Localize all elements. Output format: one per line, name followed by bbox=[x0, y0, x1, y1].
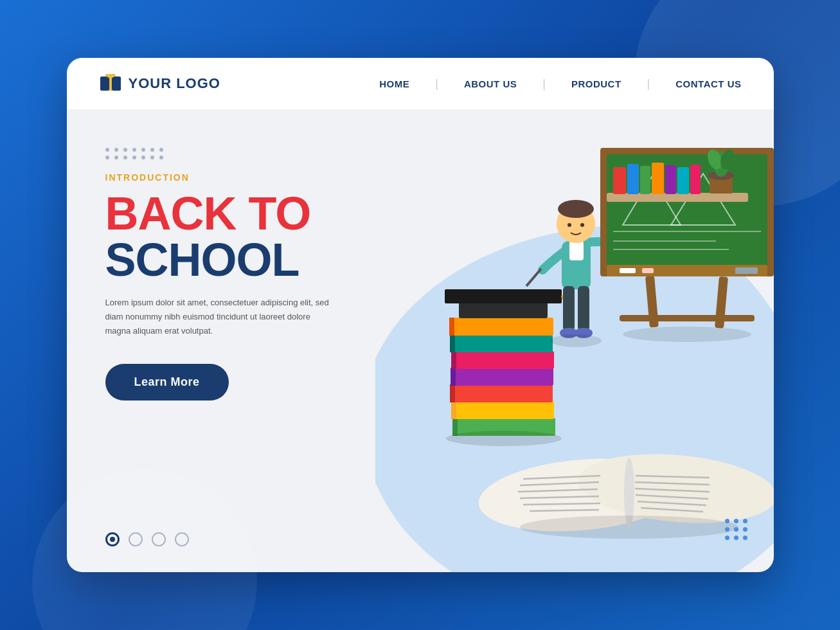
dot bbox=[105, 156, 109, 159]
content-area: INTRODUCTION BACK TO SCHOOL Lorem ipsum … bbox=[67, 109, 774, 572]
nav-links: HOME | ABOUT US | PRODUCT | CONTACT US bbox=[379, 77, 741, 91]
svg-rect-26 bbox=[451, 368, 553, 386]
dot bbox=[141, 148, 145, 152]
illustration bbox=[375, 109, 774, 572]
svg-rect-42 bbox=[563, 286, 575, 331]
dot bbox=[159, 156, 163, 159]
pagination bbox=[105, 532, 189, 546]
deco-dot bbox=[725, 536, 729, 540]
right-panel bbox=[375, 109, 774, 572]
svg-rect-22 bbox=[451, 401, 554, 419]
deco-dot bbox=[743, 519, 747, 523]
svg-rect-70 bbox=[652, 163, 664, 194]
intro-label: INTRODUCTION bbox=[105, 172, 343, 183]
svg-rect-60 bbox=[620, 315, 755, 321]
nav-product[interactable]: PRODUCT bbox=[571, 78, 621, 89]
hero-title-line2: SCHOOL bbox=[105, 237, 343, 283]
hero-description: Lorem ipsum dolor sit amet, consectetuer… bbox=[105, 296, 337, 338]
pagination-dot-3[interactable] bbox=[152, 532, 166, 546]
dot bbox=[159, 148, 163, 152]
svg-rect-35 bbox=[445, 289, 562, 303]
pagination-dot-2[interactable] bbox=[129, 532, 143, 546]
landing-card: YOUR LOGO HOME | ABOUT US | PRODUCT | CO… bbox=[67, 58, 774, 572]
svg-rect-67 bbox=[613, 167, 626, 194]
deco-dots-bottom-right bbox=[725, 519, 748, 540]
dot-grid-decoration bbox=[105, 148, 343, 159]
svg-line-39 bbox=[526, 269, 541, 286]
dot bbox=[123, 148, 127, 152]
svg-rect-31 bbox=[450, 334, 455, 352]
svg-point-50 bbox=[550, 334, 602, 347]
svg-rect-24 bbox=[450, 384, 553, 402]
dot bbox=[114, 156, 118, 159]
logo-area[interactable]: YOUR LOGO bbox=[99, 74, 220, 93]
svg-rect-69 bbox=[640, 166, 650, 194]
svg-rect-41 bbox=[569, 241, 584, 260]
svg-rect-43 bbox=[578, 286, 589, 331]
svg-rect-71 bbox=[665, 165, 676, 194]
svg-rect-72 bbox=[677, 167, 689, 194]
deco-dot bbox=[743, 527, 747, 532]
deco-dot bbox=[725, 519, 729, 523]
book-stack bbox=[445, 289, 574, 446]
svg-rect-66 bbox=[607, 193, 748, 202]
svg-rect-1 bbox=[112, 76, 121, 91]
dot bbox=[141, 156, 145, 159]
dot bbox=[132, 156, 136, 159]
deco-dot bbox=[734, 527, 738, 532]
svg-rect-73 bbox=[690, 165, 701, 194]
nav-about[interactable]: ABOUT US bbox=[464, 78, 517, 89]
dot bbox=[150, 148, 154, 152]
svg-rect-68 bbox=[627, 164, 639, 194]
logo-text: YOUR LOGO bbox=[129, 75, 220, 92]
svg-rect-3 bbox=[109, 76, 112, 91]
pagination-dot-4[interactable] bbox=[175, 532, 189, 546]
navbar: YOUR LOGO HOME | ABOUT US | PRODUCT | CO… bbox=[67, 58, 774, 109]
svg-rect-30 bbox=[450, 334, 553, 352]
dot bbox=[123, 156, 127, 159]
deco-dot bbox=[734, 519, 738, 523]
dot bbox=[114, 148, 118, 152]
dot bbox=[105, 148, 109, 152]
dot bbox=[132, 148, 136, 152]
svg-rect-27 bbox=[451, 368, 456, 386]
svg-rect-23 bbox=[451, 401, 456, 419]
svg-point-49 bbox=[580, 223, 584, 227]
svg-rect-21 bbox=[452, 418, 458, 436]
svg-rect-33 bbox=[449, 318, 454, 336]
svg-rect-64 bbox=[735, 267, 758, 274]
scene-svg bbox=[395, 109, 774, 546]
svg-rect-34 bbox=[459, 302, 548, 318]
svg-rect-25 bbox=[450, 384, 455, 402]
svg-rect-28 bbox=[451, 351, 554, 369]
svg-rect-63 bbox=[642, 268, 654, 273]
svg-rect-32 bbox=[449, 318, 553, 336]
svg-point-65 bbox=[623, 327, 751, 342]
deco-dot bbox=[725, 527, 729, 532]
logo-icon bbox=[99, 74, 122, 93]
pagination-dot-1[interactable] bbox=[105, 532, 120, 546]
hero-title-line1: BACK TO bbox=[105, 190, 343, 237]
deco-dot bbox=[743, 536, 747, 540]
deco-dot bbox=[734, 536, 738, 540]
svg-point-48 bbox=[567, 223, 571, 227]
svg-rect-62 bbox=[620, 268, 636, 273]
nav-home[interactable]: HOME bbox=[379, 78, 409, 89]
svg-rect-0 bbox=[100, 76, 109, 91]
svg-point-19 bbox=[520, 516, 738, 539]
left-panel: INTRODUCTION BACK TO SCHOOL Lorem ipsum … bbox=[67, 109, 375, 572]
nav-contact[interactable]: CONTACT US bbox=[675, 78, 741, 89]
svg-point-38 bbox=[446, 431, 562, 446]
dot bbox=[150, 156, 154, 159]
svg-point-47 bbox=[558, 200, 594, 218]
learn-more-button[interactable]: Learn More bbox=[105, 364, 229, 401]
svg-rect-29 bbox=[451, 351, 456, 369]
